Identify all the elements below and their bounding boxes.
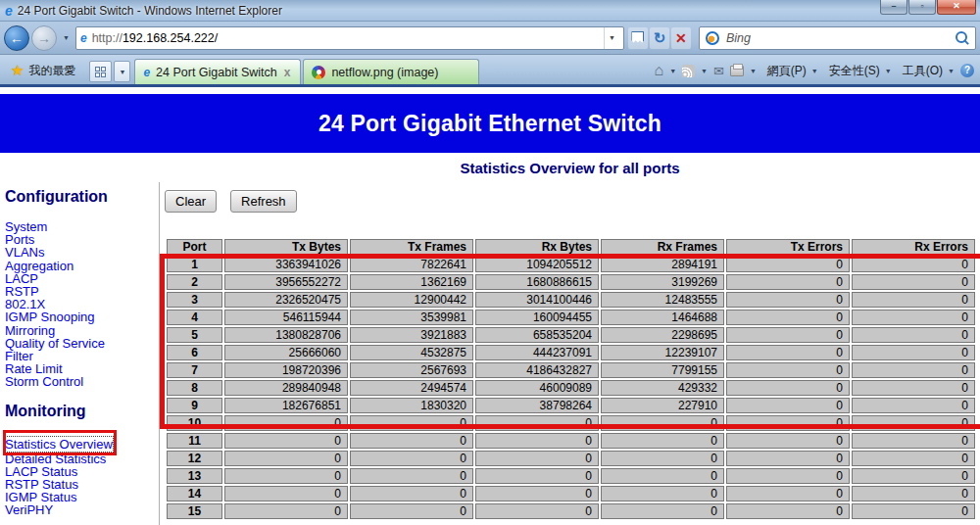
tab-close-icon[interactable]: x: [282, 66, 293, 79]
menu-safety-dropdown[interactable]: ▼: [882, 68, 895, 74]
address-url[interactable]: http://192.168.254.222/: [92, 31, 604, 45]
window-title: 24 Port Gigabit Switch - Windows Interne…: [18, 4, 282, 18]
banner-title: 24 Port Gigabit Ethernet Switch: [318, 111, 662, 137]
navigation-bar: ← → ▼ e http://192.168.254.222/ ▼ ↻ ✕ Bi…: [0, 22, 980, 55]
feeds-button[interactable]: [679, 65, 698, 77]
search-input[interactable]: Bing: [699, 26, 976, 50]
sidebar-item-statistics-overview[interactable]: Statistics Overview: [5, 437, 113, 452]
sidebar-item-storm-control[interactable]: Storm Control: [5, 375, 159, 388]
menu-safety[interactable]: 安全性(S): [821, 63, 882, 79]
read-mail-button[interactable]: ✉: [710, 64, 727, 78]
stat-value: 0: [852, 345, 975, 360]
stat-value: 0: [726, 486, 850, 501]
page-content: 24 Port Gigabit Ethernet Switch Statisti…: [0, 87, 980, 524]
table-row: 719872039625676934186432827779915500: [167, 362, 975, 378]
statistics-table: PortTx BytesTx FramesRx BytesRx FramesTx…: [165, 237, 977, 521]
tab-netflow-image[interactable]: netflow.png (image): [303, 59, 479, 84]
clear-button[interactable]: Clear: [165, 190, 217, 213]
stat-value: 0: [726, 292, 850, 308]
stat-value: 0: [726, 327, 850, 343]
stat-value: 3199269: [601, 274, 724, 290]
table-row: 2395655227213621691680886615319926900: [167, 274, 975, 290]
close-button[interactable]: ✕: [937, 0, 976, 15]
stat-value: 0: [852, 380, 975, 396]
stat-value: 2494574: [350, 380, 473, 396]
feeds-dropdown[interactable]: ▼: [698, 68, 710, 74]
compatibility-view-button[interactable]: [628, 27, 648, 49]
sidebar-item-vlans[interactable]: VLANs: [5, 246, 159, 259]
stat-value: 0: [852, 362, 975, 378]
stat-value: 2326520475: [224, 292, 348, 308]
stat-value: 0: [726, 345, 850, 360]
table-row: 13000000: [167, 468, 975, 484]
forward-button[interactable]: →: [31, 25, 57, 51]
stat-value: 12239107: [601, 345, 724, 360]
print-button[interactable]: [727, 66, 747, 76]
address-dropdown[interactable]: ▼: [604, 27, 619, 49]
sidebar-item-igmp-snooping[interactable]: IGMP Snooping: [5, 310, 159, 323]
stat-value: 3363941026: [224, 257, 348, 272]
tab-page-icon: e: [143, 66, 150, 79]
home-button[interactable]: ⌂: [651, 63, 666, 78]
stat-value: 0: [601, 433, 724, 449]
back-button[interactable]: ←: [4, 25, 29, 51]
table-row: 11000000: [167, 433, 975, 449]
port-number: 1: [167, 257, 222, 272]
table-row: 1336394102678226411094205512289419100: [167, 257, 975, 272]
stat-value: 0: [475, 468, 599, 484]
stat-value: 25666060: [224, 345, 348, 360]
stat-value: 0: [852, 451, 975, 466]
minimize-button[interactable]: –: [880, 0, 907, 15]
bing-logo-icon: [706, 31, 719, 45]
refresh-button[interactable]: ↻: [650, 27, 669, 49]
maximize-button[interactable]: ▫: [908, 0, 936, 15]
table-row: 14000000: [167, 486, 975, 501]
quick-tabs-button[interactable]: [89, 61, 112, 82]
stat-value: 0: [852, 274, 975, 290]
stat-value: 0: [224, 503, 348, 519]
stat-value: 0: [601, 503, 724, 519]
port-number: 15: [167, 503, 222, 519]
home-dropdown[interactable]: ▼: [666, 68, 679, 74]
help-button[interactable]: ?: [957, 64, 977, 77]
stat-value: 0: [224, 415, 348, 431]
print-dropdown[interactable]: ▼: [747, 68, 760, 74]
stat-value: 0: [224, 451, 348, 466]
menu-page[interactable]: 網頁(P): [760, 63, 808, 79]
stat-value: 1830320: [350, 398, 473, 413]
stop-button[interactable]: ✕: [671, 27, 691, 49]
recent-pages-dropdown[interactable]: ▼: [59, 34, 74, 41]
window-controls: – ▫ ✕: [879, 0, 976, 15]
tab-list-dropdown[interactable]: ▼: [114, 61, 130, 82]
sidebar-item-veriphy[interactable]: VeriPHY: [5, 503, 159, 516]
quick-tabs-icon: [95, 67, 106, 77]
favorites-button[interactable]: ★ 我的最愛: [3, 59, 83, 82]
sidebar-item-mirroring[interactable]: Mirroring: [5, 324, 159, 337]
stat-value: 0: [726, 503, 850, 519]
search-placeholder: Bing: [726, 31, 956, 45]
picasa-icon: [312, 66, 325, 79]
stat-value: 0: [726, 398, 850, 413]
sidebar-item-aggregation[interactable]: Aggregation: [5, 260, 159, 272]
address-bar[interactable]: e http://192.168.254.222/ ▼: [75, 26, 624, 50]
home-icon: ⌂: [654, 63, 663, 78]
tabs-bar: ★ 我的最愛 ▼ e 24 Port Gigabit Switch x netf…: [0, 55, 980, 84]
refresh-table-button[interactable]: Refresh: [230, 190, 297, 213]
monitoring-links: Statistics OverviewDetailed StatisticsLA…: [5, 435, 159, 517]
menu-page-dropdown[interactable]: ▼: [808, 68, 821, 74]
stat-value: 0: [852, 415, 975, 431]
search-icon[interactable]: [956, 31, 969, 45]
stat-value: 0: [726, 451, 850, 466]
table-row: 513808287063921883658535204229869500: [167, 327, 975, 343]
tab-switch[interactable]: e 24 Port Gigabit Switch x: [134, 59, 301, 84]
menu-tools-dropdown[interactable]: ▼: [945, 68, 957, 74]
column-header-rx-frames: Rx Frames: [601, 239, 724, 255]
menu-tools[interactable]: 工具(O): [895, 63, 945, 79]
tab-label: netflow.png (image): [331, 66, 470, 79]
stat-value: 160094455: [475, 310, 599, 325]
stat-value: 0: [726, 415, 850, 431]
tab-label: 24 Port Gigabit Switch: [156, 66, 282, 79]
stat-value: 0: [350, 503, 473, 519]
sidebar-item-detailed-statistics[interactable]: Detailed Statistics: [5, 453, 159, 465]
refresh-icon: ↻: [654, 31, 666, 44]
